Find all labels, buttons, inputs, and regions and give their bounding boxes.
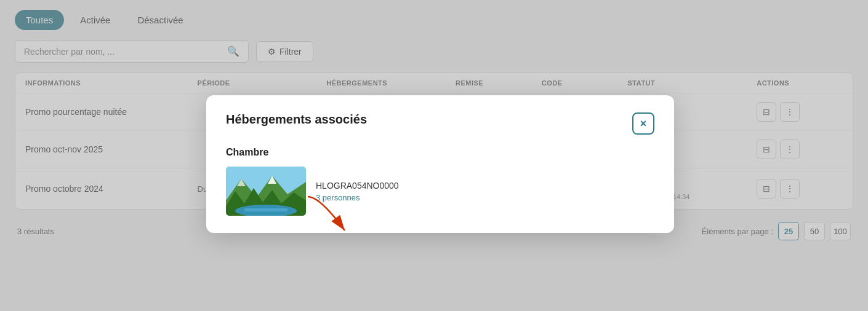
modal-header: Hébergements associés × (226, 112, 654, 135)
hebergement-row: HLOGRA054NO0000 3 personnes (226, 167, 654, 216)
svg-rect-4 (244, 208, 287, 211)
modal-title: Hébergements associés (226, 112, 367, 127)
page-wrapper: Toutes Activée Désactivée 🔍 ⚙ Filtrer IN… (0, 0, 868, 311)
hebergement-info: HLOGRA054NO0000 3 personnes (316, 181, 399, 202)
hebergement-code: HLOGRA054NO0000 (316, 181, 399, 191)
hebergement-persons: 3 personnes (316, 193, 399, 202)
hebergement-image (226, 167, 306, 216)
modal-section-chambre: Chambre (226, 147, 654, 158)
modal-close-button[interactable]: × (632, 112, 654, 135)
hebergements-modal: Hébergements associés × Chambre (206, 95, 674, 233)
